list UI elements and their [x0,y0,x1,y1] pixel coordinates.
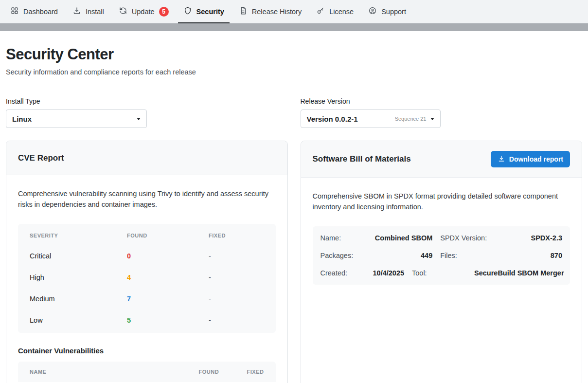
nav-item-license[interactable]: License [309,0,361,23]
sbom-card: Software Bill of Materials Download repo… [301,141,583,383]
found-count: 7 [127,295,209,303]
sbom-label-created: Created: [321,269,365,277]
column-header-severity: SEVERITY [30,233,127,238]
install-type-label: Install Type [6,97,288,105]
cve-report-card: CVE Report Comprehensive vulnerability s… [6,141,288,383]
release-version-label: Release Version [301,97,583,105]
release-version-select[interactable]: Version 0.0.2-1 Sequence 21 [301,109,441,128]
download-report-label: Download report [509,155,563,163]
document-icon [239,6,248,17]
nav-item-security[interactable]: Security [176,0,232,23]
install-type-value: Linux [12,115,32,123]
found-count: 4 [127,274,209,281]
nav-label: License [329,8,354,16]
sbom-info-row: Created: 10/4/2025 Tool: SecureBuild SBO… [313,264,570,282]
nav-item-install[interactable]: Install [65,0,111,23]
fixed-count: - [209,274,264,281]
install-type-select[interactable]: Linux [6,109,147,128]
sbom-value-name: Combined SBOM [373,234,433,242]
nav-item-dashboard[interactable]: Dashboard [3,0,65,23]
sbom-info-row: Name: Combined SBOM SPDX Version: SPDX-2… [313,229,570,247]
sbom-value-created: 10/4/2025 [373,269,405,277]
fixed-count: - [209,252,264,260]
sbom-label-packages: Packages: [321,252,365,259]
filters-row: Install Type Linux Release Version Versi… [6,97,582,128]
severity-name: Critical [30,252,127,260]
cve-card-header: CVE Report [6,141,287,175]
container-table-header: NAME FOUND FIXED [18,362,276,382]
severity-row-medium: Medium 7 - [18,288,276,310]
page-title: Security Center [6,46,582,63]
severity-table: SEVERITY FOUND FIXED Critical 0 - High 4… [18,224,276,333]
chevron-down-icon [430,118,434,120]
main-content: Security Center Security information and… [0,46,588,383]
severity-name: Low [30,316,127,324]
container-vulnerabilities-title: Container Vulnerabilities [18,347,276,355]
install-type-field: Install Type Linux [6,97,288,128]
nav-label: Security [196,8,224,16]
sbom-value-files: 870 [502,252,562,259]
sbom-label-spdx-version: SPDX Version: [440,234,495,242]
sequence-badge: Sequence 21 [395,116,427,122]
download-icon [72,6,81,17]
nav-label: Install [86,8,104,16]
column-header-found: FOUND [127,233,209,238]
report-cards: CVE Report Comprehensive vulnerability s… [6,141,582,383]
severity-row-critical: Critical 0 - [18,245,276,267]
chevron-down-icon [137,118,141,120]
cve-card-body: Comprehensive vulnerability scanning usi… [6,175,287,383]
severity-row-high: High 4 - [18,267,276,288]
found-count: 5 [127,316,209,324]
download-icon [498,155,505,164]
dashboard-grid-icon [10,6,19,17]
download-report-button[interactable]: Download report [491,151,570,167]
release-version-field: Release Version Version 0.0.2-1 Sequence… [301,97,583,128]
sbom-label-tool: Tool: [412,269,466,277]
severity-name: Medium [30,295,127,303]
update-count-badge: 5 [159,7,169,17]
sbom-value-tool: SecureBuild SBOM Merger [474,269,564,277]
sbom-value-spdx-version: SPDX-2.3 [502,234,562,242]
column-header-fixed: FIXED [237,369,264,375]
sbom-card-header: Software Bill of Materials Download repo… [301,141,582,178]
sbom-card-body: Comprehensive SBOM in SPDX format provid… [301,178,582,296]
shield-icon [183,6,192,17]
nav-label: Release History [252,8,302,16]
severity-table-header: SEVERITY FOUND FIXED [18,226,276,245]
page-subtitle: Security information and compliance repo… [6,68,582,76]
sbom-info-grid: Name: Combined SBOM SPDX Version: SPDX-2… [313,226,570,285]
release-version-value: Version 0.0.2-1 [307,115,358,123]
found-count: 0 [127,252,209,260]
header-divider-strip [0,23,588,31]
nav-label: Update [132,8,155,16]
nav-label: Support [381,8,406,16]
top-navigation: Dashboard Install Update 5 Security Rele… [0,0,588,23]
column-header-name: NAME [30,369,199,375]
sbom-description: Comprehensive SBOM in SPDX format provid… [313,191,570,213]
nav-label: Dashboard [23,8,58,16]
sbom-card-title: Software Bill of Materials [313,154,411,164]
column-header-found: FOUND [199,369,237,375]
sbom-value-packages: 449 [373,252,433,259]
key-icon [316,6,325,17]
refresh-icon [119,6,127,17]
nav-item-support[interactable]: Support [361,0,413,23]
release-version-meta: Sequence 21 [395,116,434,122]
sbom-label-name: Name: [321,234,365,242]
fixed-count: - [209,316,264,324]
severity-row-low: Low 5 - [18,310,276,331]
column-header-fixed: FIXED [209,233,264,238]
cve-card-title: CVE Report [18,153,64,163]
fixed-count: - [209,295,264,303]
support-icon [368,6,377,17]
nav-item-release-history[interactable]: Release History [232,0,309,23]
severity-name: High [30,274,127,281]
sbom-label-files: Files: [440,252,495,259]
cve-description: Comprehensive vulnerability scanning usi… [18,189,276,210]
sbom-info-row: Packages: 449 Files: 870 [313,247,570,264]
nav-item-update[interactable]: Update 5 [111,0,176,23]
